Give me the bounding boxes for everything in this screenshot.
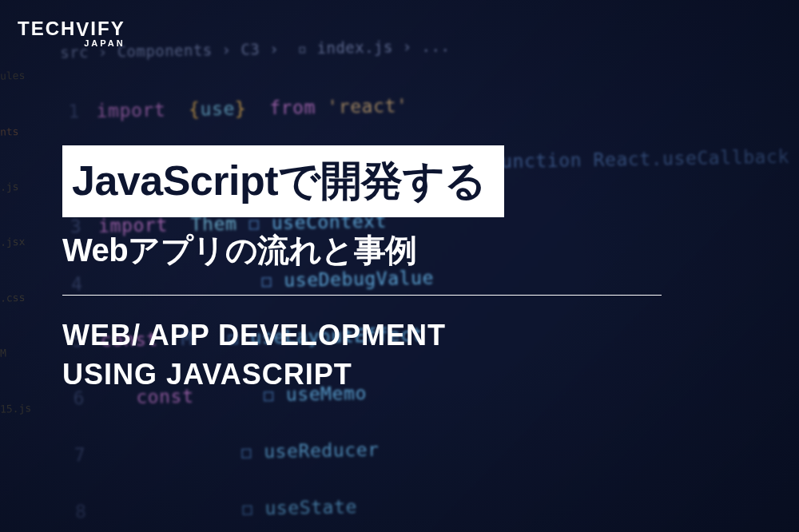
logo-main-text: TECHVIFY — [18, 18, 125, 40]
brace: } — [235, 98, 247, 119]
subtitle: Webアプリの流れと事例 — [62, 228, 662, 272]
brace: { — [189, 99, 201, 120]
sidebar-item: 15.js — [0, 402, 32, 415]
suggestion: useReducer — [264, 439, 380, 463]
sidebar-item: .css — [0, 291, 32, 304]
divider-line — [62, 295, 662, 296]
string: 'react' — [327, 96, 407, 118]
sidebar-item: M — [0, 347, 32, 359]
sidebar-fragment: ules nts .js .jsx .css M 15.js — [0, 0, 32, 532]
sidebar-item: .jsx — [0, 236, 32, 248]
en-line-1: WEB/ APP DEVELOPMENT — [62, 319, 446, 351]
line-number: 1 — [61, 97, 97, 127]
main-title: JavaScriptで開発する — [62, 145, 504, 217]
english-title: WEB/ APP DEVELOPMENT USING JAVASCRIPT — [62, 316, 662, 394]
suggestion: useState — [264, 497, 357, 519]
keyword: from — [269, 97, 316, 119]
en-line-2: USING JAVASCRIPT — [62, 358, 352, 391]
sidebar-item: ules — [0, 69, 32, 82]
line-number: 8 — [68, 498, 104, 528]
sidebar-item: .js — [0, 180, 32, 193]
line-number: 7 — [67, 441, 103, 470]
breadcrumb: src › Components › C3 › ▫ index.js › ... — [60, 29, 787, 65]
brand-logo: TECHVIFY JAPAN — [18, 18, 125, 48]
keyword: import — [96, 100, 165, 122]
sidebar-item: nts — [0, 125, 32, 137]
headline-overlay: JavaScriptで開発する Webアプリの流れと事例 WEB/ APP DE… — [62, 145, 662, 394]
identifier: use — [200, 99, 235, 121]
